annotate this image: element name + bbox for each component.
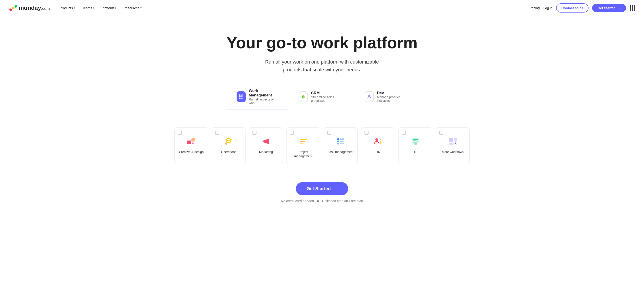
- card-checkbox[interactable]: [215, 131, 219, 135]
- hero-subtext: Run all your work on one platform with c…: [226, 58, 418, 74]
- card-checkbox[interactable]: [364, 131, 368, 135]
- svg-rect-23: [262, 141, 264, 142]
- marketing-icon: [253, 136, 279, 147]
- it-icon: [402, 136, 428, 147]
- it-label: IT: [402, 150, 428, 154]
- chevron-down-icon: ▾: [140, 7, 142, 10]
- task-management-icon: [328, 136, 354, 147]
- svg-marker-22: [264, 139, 269, 144]
- product-tabs: Work Management Run all aspects of work …: [226, 85, 418, 109]
- operations-icon: [216, 136, 242, 147]
- project-management-label: Project management: [290, 150, 316, 159]
- more-workflows-label: More workflows: [440, 150, 466, 154]
- cta-note: No credit card needed ◆ Unlimited time o…: [4, 199, 640, 203]
- svg-point-10: [240, 98, 242, 99]
- svg-point-1: [12, 7, 14, 9]
- chevron-down-icon: ▾: [74, 7, 75, 10]
- dev-tab-text: Dev Manage product lifecycles: [377, 91, 408, 103]
- brand-name: monday.com: [19, 5, 50, 12]
- svg-point-9: [239, 98, 240, 99]
- svg-point-2: [14, 5, 17, 8]
- svg-point-20: [226, 139, 226, 140]
- svg-point-8: [242, 96, 243, 97]
- marketing-label: Marketing: [253, 150, 279, 154]
- work-management-tab-text: Work Management Run all aspects of work: [249, 89, 277, 105]
- svg-point-19: [231, 139, 232, 140]
- cta-divider: ◆: [317, 199, 319, 203]
- svg-rect-35: [380, 141, 382, 144]
- svg-rect-30: [340, 141, 344, 142]
- operations-label: Operations: [216, 150, 242, 154]
- cta-get-started-button[interactable]: Get Started →: [296, 182, 348, 195]
- card-checkbox[interactable]: [439, 131, 443, 135]
- svg-point-17: [228, 140, 230, 141]
- nav-get-started-button[interactable]: Get Started →: [592, 4, 626, 12]
- tab-dev[interactable]: Dev Manage product lifecycles: [354, 85, 418, 109]
- nav-platform[interactable]: Platform ▾: [99, 4, 119, 12]
- svg-rect-43: [454, 138, 457, 141]
- hero-section: Your go-to work platform Run all your wo…: [222, 16, 422, 127]
- navbar: monday.com Products ▾ Teams ▾ Platform ▾…: [0, 0, 644, 16]
- cta-arrow-icon: →: [333, 186, 338, 191]
- svg-point-7: [240, 96, 242, 97]
- svg-point-0: [10, 8, 12, 11]
- card-hr[interactable]: HR: [361, 127, 395, 164]
- chevron-down-icon: ▾: [115, 7, 116, 10]
- svg-point-6: [239, 96, 240, 97]
- nav-left: monday.com Products ▾ Teams ▾ Platform ▾…: [9, 4, 144, 12]
- hr-label: HR: [365, 150, 391, 154]
- contact-sales-button[interactable]: Contact sales: [556, 3, 589, 13]
- nav-resources[interactable]: Resources ▾: [121, 4, 144, 12]
- creative-design-label: Creative & design: [178, 150, 204, 154]
- svg-rect-32: [340, 143, 344, 144]
- svg-rect-13: [188, 141, 191, 144]
- brand-suffix: .com: [41, 6, 50, 11]
- svg-point-5: [242, 94, 243, 96]
- card-project-management[interactable]: Project management: [286, 127, 320, 164]
- card-checkbox[interactable]: [327, 131, 331, 135]
- more-workflows-icon: [440, 136, 466, 147]
- svg-rect-38: [413, 141, 416, 141]
- card-checkbox[interactable]: [178, 131, 182, 135]
- svg-point-4: [240, 94, 242, 96]
- card-checkbox[interactable]: [290, 131, 294, 135]
- nav-login-link[interactable]: Log in: [544, 6, 552, 10]
- nav-right: Pricing Log in Contact sales Get Started…: [530, 3, 635, 13]
- apps-grid-icon[interactable]: [630, 5, 635, 11]
- logo[interactable]: monday.com: [9, 4, 50, 12]
- nav-pricing-link[interactable]: Pricing: [530, 6, 540, 10]
- card-operations[interactable]: Operations: [212, 127, 246, 164]
- svg-point-18: [228, 137, 229, 138]
- svg-rect-40: [414, 143, 417, 145]
- card-creative-design[interactable]: Creative & design: [174, 127, 208, 164]
- workflow-grid: Creative & design Operations: [174, 127, 470, 164]
- arrow-right-icon: →: [618, 6, 621, 10]
- tab-work-management[interactable]: Work Management Run all aspects of work: [226, 85, 288, 109]
- card-task-management[interactable]: Task management: [324, 127, 358, 164]
- svg-rect-26: [300, 143, 304, 144]
- svg-point-33: [376, 138, 378, 141]
- svg-point-27: [337, 138, 339, 140]
- card-checkbox[interactable]: [402, 131, 406, 135]
- nav-links: Products ▾ Teams ▾ Platform ▾ Resources …: [57, 4, 144, 12]
- svg-rect-21: [225, 143, 228, 145]
- nav-products[interactable]: Products ▾: [57, 4, 78, 12]
- svg-rect-37: [413, 139, 418, 140]
- card-more-workflows[interactable]: More workflows: [436, 127, 470, 164]
- task-management-label: Task management: [328, 150, 354, 154]
- nav-teams[interactable]: Teams ▾: [80, 4, 97, 12]
- card-it[interactable]: IT: [398, 127, 432, 164]
- card-checkbox[interactable]: [252, 131, 256, 135]
- cta-section: Get Started → No credit card needed ◆ Un…: [0, 178, 644, 206]
- svg-marker-34: [380, 139, 382, 141]
- tab-crm[interactable]: CRM Streamline sales processes: [288, 85, 354, 109]
- svg-rect-41: [449, 138, 453, 142]
- svg-point-11: [242, 98, 243, 99]
- work-management-icon: [236, 91, 246, 102]
- svg-rect-39: [413, 142, 417, 143]
- card-marketing[interactable]: Marketing: [249, 127, 283, 164]
- hero-heading: Your go-to work platform: [226, 34, 418, 52]
- workflow-section: Creative & design Operations: [166, 127, 478, 178]
- chevron-down-icon: ▾: [93, 7, 94, 10]
- svg-marker-15: [192, 142, 194, 144]
